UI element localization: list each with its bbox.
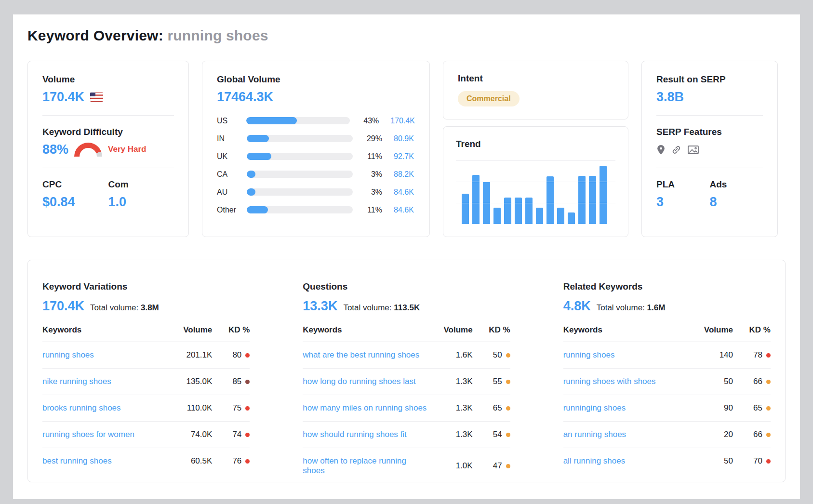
table-row: how often to replace running shoes 1.0K … [303, 448, 510, 484]
table-row: running shoes with shoes 50 66 [563, 369, 771, 395]
pla-label: PLA [656, 179, 710, 190]
keyword-link[interactable]: brooks running shoes [42, 403, 169, 413]
section-count: 13.3K [303, 299, 337, 314]
keyword-link[interactable]: nike running shoes [42, 377, 169, 386]
kd-dot [766, 406, 771, 411]
image-icon [687, 145, 699, 155]
kd-dot [245, 380, 250, 384]
keyword-link[interactable]: how often to replace running shoes [303, 456, 429, 476]
trend-bar [504, 198, 511, 224]
related-keywords-section: Related Keywords 4.8K Total volume: 1.6M… [563, 275, 771, 484]
column-volume: Volume [690, 325, 733, 335]
keyword-link[interactable]: best running shoes [42, 456, 169, 466]
country-percent: 11% [360, 206, 382, 214]
gridline [456, 203, 615, 203]
keyword-link[interactable]: how many miles on running shoes [303, 403, 429, 413]
country-volume-list: US 43% 170.4K IN 29% 80.9K UK 11% 92.7K [217, 117, 415, 213]
row-kd: 47 [473, 461, 510, 471]
country-bar-track [246, 117, 350, 124]
row-volume: 140 [690, 350, 733, 360]
keyword-link[interactable]: all running shoes [563, 456, 690, 466]
row-kd: 76 [212, 456, 250, 466]
table-row: all running shoes 50 70 [563, 448, 771, 474]
row-volume: 50 [690, 456, 733, 466]
country-bar-track [247, 206, 353, 213]
country-volume-link[interactable]: 92.7K [394, 152, 414, 161]
country-bar-fill [247, 206, 268, 213]
country-volume-link[interactable]: 88.2K [394, 170, 414, 179]
trend-card: Trend [443, 126, 628, 237]
cpc-label: CPC [42, 179, 108, 190]
table-row: an running shoes 20 66 [563, 422, 771, 448]
global-volume-label: Global Volume [217, 74, 415, 85]
table-row: running shoes 201.1K 80 [42, 342, 250, 369]
keyword-link[interactable]: running shoes for women [42, 430, 169, 439]
keyword-link[interactable]: running shoes with shoes [563, 377, 690, 386]
trend-bar [568, 212, 575, 224]
trend-bar [536, 208, 543, 224]
section-total: Total volume: 3.8M [90, 303, 159, 313]
kd-dot [245, 433, 250, 437]
questions-section: Questions 13.3K Total volume: 113.5K Key… [303, 275, 510, 484]
volume-label: Volume [42, 74, 174, 85]
country-label: Other [217, 206, 247, 214]
table-row: running shoes for women 74.0K 74 [42, 422, 250, 448]
row-kd: 66 [733, 430, 771, 439]
row-volume: 135.0K [169, 377, 212, 386]
keyword-link[interactable]: how should running shoes fit [303, 430, 429, 439]
country-percent: 29% [360, 134, 382, 143]
country-bar-track [247, 153, 353, 160]
country-percent: 3% [360, 170, 382, 179]
country-label: AU [217, 188, 247, 197]
row-kd: 65 [733, 403, 771, 413]
country-volume-link[interactable]: 80.9K [394, 134, 414, 143]
ads-label: Ads [710, 179, 763, 190]
kd-dot [506, 464, 510, 468]
table-header: Keywords Volume KD % [42, 325, 250, 342]
row-volume: 1.0K [429, 461, 473, 471]
divider [656, 115, 763, 116]
row-volume: 90 [690, 403, 733, 413]
keyword-link[interactable]: what are the best running shoes [303, 350, 429, 360]
link-icon [671, 145, 682, 155]
country-percent: 11% [360, 152, 382, 161]
table-row: nike running shoes 135.0K 85 [42, 369, 250, 395]
keyword-link[interactable]: running shoes [563, 350, 690, 360]
keyword-difficulty-label: Keyword Difficulty [42, 126, 174, 138]
row-kd: 50 [473, 350, 510, 360]
keyword-link[interactable]: an running shoes [563, 430, 690, 439]
kd-dot [766, 459, 771, 464]
intent-trend-column: Intent Commercial Trend [443, 61, 628, 237]
keyword-link[interactable]: running shoes [42, 350, 169, 360]
trend-bar [493, 208, 501, 224]
overview-cards-row: Volume 170.4K Keyword Difficulty 88% Ver… [27, 61, 786, 227]
gridline [456, 160, 615, 161]
country-volume-link[interactable]: 84.6K [394, 206, 414, 214]
row-volume: 1.3K [429, 377, 473, 386]
section-title: Related Keywords [563, 281, 771, 292]
com-value: 1.0 [108, 194, 174, 210]
difficulty-gauge-icon [74, 143, 102, 157]
row-volume: 110.0K [169, 403, 212, 413]
result-on-serp-value: 3.8B [656, 89, 763, 105]
row-kd: 66 [733, 377, 771, 386]
country-bar-fill [247, 171, 255, 178]
table-row: how should running shoes fit 1.3K 54 [303, 422, 510, 448]
section-count: 170.4K [42, 299, 84, 314]
row-kd: 78 [733, 350, 771, 360]
table-row: how many miles on running shoes 1.3K 65 [303, 395, 510, 422]
country-volume-link[interactable]: 170.4K [390, 117, 415, 125]
country-row: UK 11% 92.7K [217, 153, 415, 160]
country-row: IN 29% 80.9K [217, 135, 415, 142]
keyword-link[interactable]: runninging shoes [563, 403, 690, 413]
country-row: US 43% 170.4K [217, 117, 415, 124]
keyword-link[interactable]: how long do running shoes last [303, 377, 429, 386]
row-kd: 54 [473, 430, 510, 439]
intent-badge: Commercial [458, 91, 520, 106]
row-volume: 60.5K [169, 456, 212, 466]
country-volume-link[interactable]: 84.6K [394, 188, 414, 197]
column-keywords: Keywords [563, 325, 690, 335]
column-kd: KD % [473, 325, 510, 335]
trend-bar [600, 166, 607, 224]
result-on-serp-label: Result on SERP [656, 74, 763, 85]
